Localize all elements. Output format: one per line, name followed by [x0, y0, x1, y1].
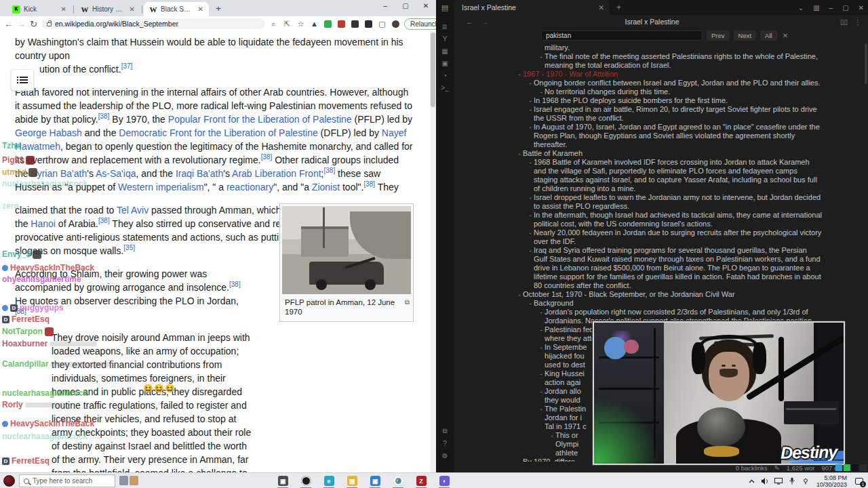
- close-button[interactable]: ✕: [416, 0, 436, 14]
- browser-tab[interactable]: WHistory of Israel - Wikipedia✕: [75, 2, 140, 16]
- news-widget-icon[interactable]: [119, 476, 128, 485]
- scrollbar-thumb[interactable]: [431, 33, 435, 107]
- note-tab[interactable]: Israel x Palestine ✕: [454, 0, 610, 15]
- outline-item[interactable]: -Background: [454, 299, 863, 308]
- new-note-tab-button[interactable]: +: [616, 3, 621, 12]
- wiki-link[interactable]: Tel Aviv: [117, 205, 149, 216]
- citation-ref[interactable]: [38]: [98, 113, 110, 120]
- outline-heading-red[interactable]: -1967 - 1970 - War of Attrition: [454, 70, 863, 79]
- ext-paw-icon[interactable]: [364, 20, 373, 28]
- reading-view-icon[interactable]: ▥: [813, 4, 819, 12]
- profile-avatar[interactable]: [391, 20, 400, 28]
- forward-button[interactable]: →: [17, 19, 26, 29]
- plug-icon[interactable]: [802, 476, 810, 485]
- citation-ref[interactable]: [35]: [123, 244, 135, 251]
- weather-widget-icon[interactable]: [130, 476, 138, 485]
- reload-button[interactable]: ↻: [30, 19, 37, 29]
- search-next-button[interactable]: Next: [734, 30, 757, 41]
- note-scrollbar[interactable]: [865, 43, 867, 84]
- maximize-button[interactable]: ▢: [842, 4, 848, 12]
- search-close-icon[interactable]: ✕: [783, 32, 788, 39]
- citation-ref[interactable]: [38]: [229, 281, 241, 288]
- files-icon[interactable]: 🗎: [436, 20, 454, 33]
- outline-item[interactable]: military.: [454, 43, 863, 52]
- outline-item[interactable]: -Israel engaged in an air battle, Rimon …: [454, 105, 863, 123]
- wiki-link[interactable]: Democratic Front for the Liberation of P…: [119, 127, 317, 138]
- citation-ref[interactable]: [38]: [98, 217, 110, 224]
- page-scrollbar[interactable]: [430, 31, 436, 472]
- terminal-icon[interactable]: >_: [436, 81, 454, 94]
- wiki-link[interactable]: Western imperialism: [118, 182, 204, 192]
- outline-item[interactable]: -No territorial changes during this time…: [454, 87, 863, 96]
- outline-item[interactable]: -1968 Battle of Karameh involved IDF for…: [454, 158, 863, 193]
- notification-center-icon[interactable]: 1: [853, 476, 865, 487]
- outline-item[interactable]: -In the aftermath, though Israel had ach…: [454, 211, 863, 228]
- edge-taskbar-icon[interactable]: e: [317, 473, 340, 488]
- tab-close-icon[interactable]: ✕: [128, 5, 136, 13]
- graph-icon[interactable]: Y: [436, 33, 454, 45]
- article-figure[interactable]: PFLP patrol in Amman, 12 June 1970 ⧉: [279, 203, 414, 322]
- display-icon[interactable]: [774, 476, 783, 485]
- cast-icon[interactable]: ▲: [310, 20, 319, 28]
- shield-ext-icon[interactable]: [323, 20, 332, 28]
- wiki-link[interactable]: Zionist: [312, 182, 340, 192]
- clock[interactable]: 5:08 PM 10/30/2023: [815, 474, 848, 488]
- tab-close-icon[interactable]: ✕: [598, 3, 604, 12]
- outline-item[interactable]: -In August of 1970, Israel, Jordan and E…: [454, 123, 863, 149]
- volume-icon[interactable]: [761, 476, 770, 485]
- tab-close-icon[interactable]: ✕: [60, 5, 68, 13]
- tab-capture-icon[interactable]: ▢: [378, 20, 387, 28]
- search-input[interactable]: pakistan: [541, 30, 703, 41]
- search-all-button[interactable]: All: [760, 30, 777, 41]
- vault-icon[interactable]: ⧉: [436, 425, 454, 437]
- wiki-link[interactable]: As-Sa'iqa: [96, 168, 136, 179]
- share-icon[interactable]: ⇱: [283, 20, 292, 28]
- outline-item[interactable]: -Iraq and Syria offered training program…: [454, 246, 863, 290]
- clock-icon[interactable]: ◔: [436, 69, 454, 81]
- photos-taskbar-icon[interactable]: ▣: [363, 473, 387, 488]
- outline-item[interactable]: -Battle of Karameh: [454, 149, 863, 158]
- citation-ref[interactable]: [38]: [323, 167, 335, 174]
- mic-icon[interactable]: [788, 476, 797, 485]
- browser-tab[interactable]: KKick✕: [7, 2, 72, 16]
- outline-item[interactable]: -Israel dropped leaflets to warn the Jor…: [454, 193, 863, 211]
- zoom-icon[interactable]: ⌕: [269, 20, 278, 28]
- settings-gear-icon[interactable]: ⚙: [436, 449, 454, 462]
- wiki-link[interactable]: reactionary: [226, 182, 273, 192]
- backlinks-count[interactable]: 0 backlinks: [736, 464, 768, 472]
- bookmark-star-icon[interactable]: ☆: [296, 20, 305, 28]
- ublock-ext-icon[interactable]: [351, 20, 359, 28]
- wiki-link[interactable]: Iraqi Ba'ath: [176, 168, 223, 179]
- sidebar-toggle-icon[interactable]: ▤: [436, 3, 454, 12]
- search-prev-button[interactable]: Prev: [707, 30, 730, 41]
- file-explorer-taskbar-icon[interactable]: ▥: [340, 473, 363, 488]
- maximize-button[interactable]: ▢: [395, 0, 416, 14]
- back-button[interactable]: ←: [4, 19, 13, 29]
- outline-item[interactable]: -Ongoing border conflict between Israel …: [454, 79, 863, 87]
- citation-ref[interactable]: [37]: [121, 62, 133, 70]
- address-bar[interactable]: en.wikipedia.org/wiki/Black_September: [41, 18, 265, 29]
- app-z-taskbar-icon[interactable]: Z: [410, 473, 433, 488]
- chrome-taskbar-icon[interactable]: [387, 473, 410, 488]
- wiki-link[interactable]: Hanoi: [31, 218, 56, 229]
- browser-tab[interactable]: WBlack September - Wikipedia✕: [144, 2, 209, 16]
- obs-taskbar-icon[interactable]: [294, 473, 317, 488]
- taskbar-search[interactable]: Type here to search: [19, 474, 115, 487]
- outline-item[interactable]: -October 1st, 1970 - Black September, or…: [454, 290, 863, 299]
- canvas-icon[interactable]: ▦: [436, 45, 454, 57]
- meet-now-taskbar-icon[interactable]: ▣: [271, 473, 294, 488]
- minimize-button[interactable]: –: [829, 4, 833, 12]
- new-tab-button[interactable]: +: [213, 3, 224, 14]
- expand-icon[interactable]: ⧉: [405, 298, 410, 307]
- word-count[interactable]: 1,625 wor: [787, 464, 815, 472]
- citation-ref[interactable]: [38]: [15, 308, 26, 315]
- tab-close-icon[interactable]: ✕: [197, 5, 205, 13]
- minimize-button[interactable]: –: [375, 0, 395, 14]
- citation-ref[interactable]: [38]: [261, 153, 273, 161]
- outline-item[interactable]: -In 1968 the PLO deploys suicide bombers…: [454, 96, 863, 105]
- wiki-link[interactable]: Popular Front for the Liberation of Pale…: [168, 114, 352, 125]
- outline-item[interactable]: -The final note of the meeting asserted …: [454, 52, 863, 70]
- outline-item[interactable]: -Nearly 20,000 fedayeen in Jordan due to…: [454, 228, 863, 246]
- chevron-up-icon[interactable]: [747, 476, 756, 485]
- close-button[interactable]: ✕: [859, 4, 864, 12]
